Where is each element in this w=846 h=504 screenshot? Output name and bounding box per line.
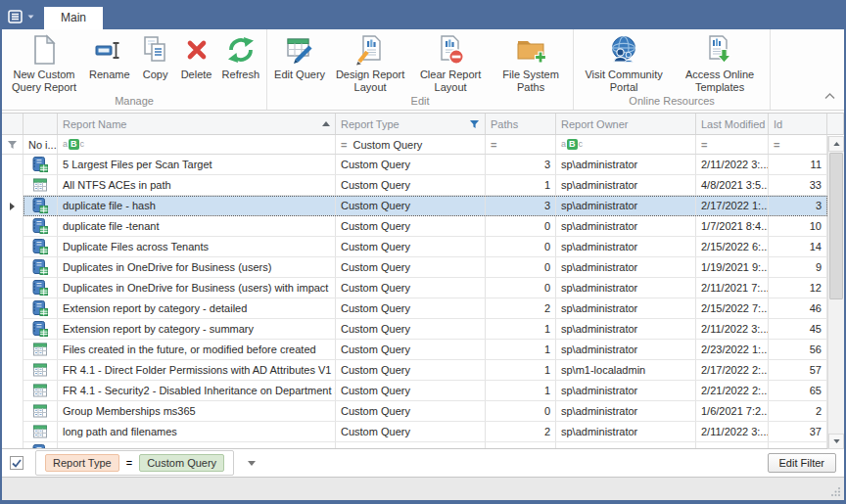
report-owner-cell: sp\administrator bbox=[556, 237, 696, 256]
table-row[interactable]: Duplicates in OneDrive for Business (use… bbox=[2, 278, 844, 298]
paths-cell: 1 bbox=[486, 360, 556, 380]
id-cell: 17 bbox=[769, 442, 827, 448]
contains-operator-icon[interactable]: aBc bbox=[561, 139, 583, 150]
resize-grip[interactable] bbox=[830, 486, 841, 497]
table-row[interactable]: Duplicate Files across TenantsCustom Que… bbox=[2, 237, 844, 257]
table-row[interactable]: Extension report by category - detailedC… bbox=[2, 298, 844, 319]
button-label: Design Report Layout bbox=[335, 69, 405, 94]
collapse-ribbon-button[interactable] bbox=[824, 86, 835, 104]
table-report-icon bbox=[32, 424, 48, 439]
design-report-layout-button[interactable]: Design Report Layout bbox=[330, 32, 410, 94]
contains-operator-icon[interactable]: aBc bbox=[63, 139, 84, 150]
column-header-last-modified[interactable]: Last Modified bbox=[696, 114, 769, 134]
access-online-templates-button[interactable]: Access Online Templates bbox=[672, 32, 768, 94]
filter-enabled-checkbox[interactable] bbox=[10, 456, 24, 470]
vertical-scrollbar[interactable] bbox=[827, 136, 844, 449]
id-cell: 14 bbox=[769, 237, 827, 256]
column-header-report-type[interactable]: Report Type bbox=[336, 114, 486, 134]
equals-operator-icon[interactable]: = bbox=[341, 139, 347, 151]
rename-button[interactable]: Rename bbox=[84, 32, 135, 81]
clear-report-layout-button[interactable]: Clear Report Layout bbox=[410, 32, 491, 94]
last-modified-cell: 1/19/2021 9:... bbox=[696, 257, 769, 277]
paths-cell: 0 bbox=[486, 401, 556, 421]
table-row[interactable]: MS365 Permission by site newCustom Query… bbox=[2, 442, 844, 448]
report-owner-cell: sp\administrator bbox=[556, 422, 696, 441]
access-online-templates-icon bbox=[704, 34, 735, 66]
file-system-paths-button[interactable]: File System Paths bbox=[491, 32, 571, 94]
ribbon-group-online-resources: Visit Community Portal Access Online Tem… bbox=[574, 29, 771, 110]
scrollbar-thumb[interactable] bbox=[829, 153, 843, 299]
filter-value-tag[interactable]: Custom Query bbox=[139, 454, 224, 472]
new-custom-query-report-button[interactable]: New Custom Query Report bbox=[4, 32, 84, 94]
copy-icon bbox=[140, 34, 171, 66]
table-row[interactable]: FR 4.1 - Security2 - Disabled Inheritanc… bbox=[2, 381, 844, 401]
report-type-icon-cell bbox=[24, 401, 58, 421]
edit-filter-button[interactable]: Edit Filter bbox=[768, 453, 836, 473]
last-modified-cell: 2/11/2022 3:... bbox=[696, 319, 769, 339]
delete-button[interactable]: Delete bbox=[176, 32, 217, 81]
table-row[interactable]: Files created in the future, or modified… bbox=[2, 340, 844, 360]
funnel-icon bbox=[7, 140, 18, 150]
scroll-up-button[interactable] bbox=[828, 136, 844, 152]
report-type-icon-cell bbox=[24, 278, 58, 298]
report-type-cell: Custom Query bbox=[336, 442, 486, 448]
row-indicator-cell bbox=[2, 298, 24, 319]
id-cell: 11 bbox=[769, 155, 827, 174]
edit-query-icon bbox=[284, 34, 315, 66]
column-label: Last Modified bbox=[701, 118, 765, 130]
table-row[interactable]: Duplicates in OneDrive for Business (use… bbox=[2, 257, 844, 278]
id-cell: 10 bbox=[769, 216, 827, 236]
filter-cell-report-type[interactable]: = Custom Query bbox=[336, 135, 486, 154]
equals-operator-icon[interactable]: = bbox=[774, 139, 779, 151]
table-row[interactable]: All NTFS ACEs in pathCustom Query1sp\adm… bbox=[2, 175, 844, 196]
window-content: New Custom Query Report Rename bbox=[2, 29, 844, 500]
column-header-paths[interactable]: Paths bbox=[486, 114, 556, 134]
column-header-id[interactable]: Id bbox=[769, 114, 827, 134]
report-owner-cell: sp\administrator bbox=[556, 319, 696, 339]
filter-cell-report-name[interactable]: aBc bbox=[58, 135, 336, 154]
button-label: Clear Report Layout bbox=[415, 69, 486, 94]
filter-cell-paths[interactable]: = bbox=[486, 135, 556, 154]
filter-value: Custom Query bbox=[352, 139, 422, 151]
equals-operator-icon[interactable]: = bbox=[491, 139, 496, 151]
table-row[interactable]: duplicate file -tenantCustom Query0sp\ad… bbox=[2, 216, 844, 237]
table-row[interactable]: FR 4.1 - Direct Folder Permissions with … bbox=[2, 360, 844, 381]
paths-cell: 1 bbox=[486, 319, 556, 339]
filter-field-tag[interactable]: Report Type bbox=[45, 454, 119, 472]
filter-active-icon[interactable] bbox=[469, 119, 480, 129]
paths-cell: 1 bbox=[486, 340, 556, 359]
last-modified-cell: 4/8/2021 3:5... bbox=[696, 175, 769, 195]
id-cell: 9 bbox=[769, 257, 827, 277]
column-label: Id bbox=[774, 118, 782, 130]
column-header-report-name[interactable]: Report Name bbox=[58, 114, 336, 134]
file-system-paths-icon bbox=[515, 34, 546, 66]
report-type-cell: Custom Query bbox=[336, 216, 486, 236]
ribbon-group-edit: Edit Query Design Report Layout bbox=[267, 29, 574, 110]
filter-cell-last-modified[interactable]: = bbox=[696, 135, 769, 154]
filter-cell-report-owner[interactable]: aBc bbox=[556, 135, 696, 154]
title-bar: Main bbox=[0, 0, 846, 29]
filter-cell-id[interactable]: = bbox=[769, 135, 827, 154]
tab-main[interactable]: Main bbox=[44, 7, 103, 29]
report-name-cell: Duplicates in OneDrive for Business (use… bbox=[58, 257, 336, 277]
edit-query-button[interactable]: Edit Query bbox=[269, 32, 330, 81]
filter-dropdown-caret-icon[interactable] bbox=[248, 461, 256, 466]
table-row[interactable]: duplicate file - hashCustom Query3sp\adm… bbox=[2, 196, 844, 216]
scroll-down-button[interactable] bbox=[828, 434, 844, 449]
copy-button[interactable]: Copy bbox=[135, 32, 176, 81]
application-menu-button[interactable] bbox=[8, 10, 34, 23]
chevron-up-icon bbox=[824, 93, 835, 100]
filter-operator[interactable]: = bbox=[126, 457, 132, 469]
column-header-report-owner[interactable]: Report Owner bbox=[556, 114, 696, 134]
table-row[interactable]: 5 Largest Files per Scan TargetCustom Qu… bbox=[2, 155, 844, 175]
equals-operator-icon[interactable]: = bbox=[701, 139, 707, 151]
visit-community-portal-button[interactable]: Visit Community Portal bbox=[576, 32, 672, 94]
paths-cell: 3 bbox=[486, 155, 556, 174]
refresh-button[interactable]: Refresh bbox=[217, 32, 265, 81]
table-row[interactable]: Extension report by category - summaryCu… bbox=[2, 319, 844, 340]
row-indicator-cell bbox=[2, 360, 24, 381]
query-report-icon bbox=[32, 280, 48, 296]
table-row[interactable]: long path and filenamesCustom Query2sp\a… bbox=[2, 422, 844, 442]
report-name-cell: Files created in the future, or modified… bbox=[58, 340, 336, 359]
table-row[interactable]: Group Memberships ms365Custom Query0sp\a… bbox=[2, 401, 844, 422]
